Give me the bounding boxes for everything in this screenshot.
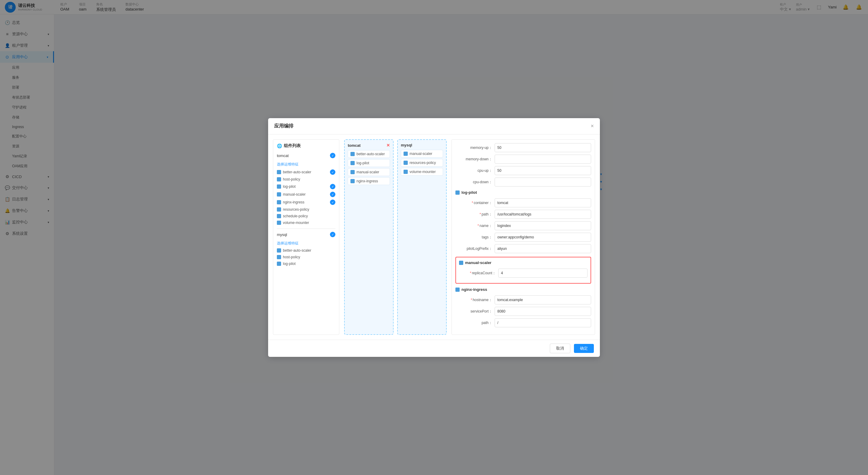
- tags-input[interactable]: [495, 233, 591, 242]
- path-input[interactable]: [495, 210, 591, 219]
- log-pilot-title: log-pilot: [456, 190, 591, 196]
- confirm-button[interactable]: 确定: [574, 344, 594, 353]
- serviceport-label: servicePort：: [456, 309, 495, 314]
- tomcat-better-auto-scaler[interactable]: better-auto-scaler ✓: [277, 168, 335, 176]
- tomcat-nginx-ingress[interactable]: nginx-ingress ✓: [277, 198, 335, 206]
- memory-down-input[interactable]: [495, 155, 591, 164]
- nginx-ingress-icon: [456, 287, 460, 292]
- container-label: container：: [456, 200, 495, 206]
- container-input[interactable]: [495, 198, 591, 207]
- manual-scaler-section: manual-scaler replicaCount：: [456, 257, 591, 283]
- log-pilot-icon: [456, 191, 460, 195]
- log-pilot-section: log-pilot container： path： name： tags：: [456, 190, 591, 253]
- tomcat-card-item-2[interactable]: log-pilot: [348, 159, 390, 167]
- card-item-icon-3: [350, 170, 355, 174]
- modal-header: 应用编排 ×: [268, 118, 600, 134]
- cpu-up-row: cpu-up：: [456, 166, 591, 175]
- tomcat-card-item-3[interactable]: manual-scaler: [348, 168, 390, 176]
- memory-up-row: memory-up：: [456, 143, 591, 152]
- tomcat-check-4: ✓: [330, 192, 335, 197]
- divider-1: [277, 229, 335, 229]
- mysql-card: mysql manual-scaler resources-policy vol…: [397, 139, 447, 335]
- modal-title: 应用编排: [274, 123, 293, 129]
- mysql-card-item-2[interactable]: resources-policy: [401, 159, 443, 167]
- tomcat-check-1: ✓: [330, 169, 335, 175]
- tomcat-card: tomcat ✕ better-auto-scaler log-pilot ma…: [344, 139, 394, 335]
- name-label: name：: [456, 223, 495, 229]
- nginx-ingress-section: nginx-ingress hostname： servicePort： pat…: [456, 287, 591, 327]
- left-panel: 🌐 组件列表 tomcat ✓ 选择运维特征 better-auto-scale…: [273, 139, 339, 335]
- tomcat-card-close[interactable]: ✕: [386, 143, 390, 148]
- tomcat-card-title: tomcat ✕: [348, 143, 390, 148]
- ci-icon-m1: [277, 248, 281, 252]
- memory-down-label: memory-down：: [456, 157, 495, 162]
- ci-icon-3: [277, 184, 281, 189]
- ngpath-input[interactable]: [495, 318, 591, 327]
- name-row: name：: [456, 221, 591, 230]
- replicacount-row: replicaCount：: [459, 269, 588, 278]
- cpu-down-input[interactable]: [495, 177, 591, 186]
- ngpath-row: path：: [456, 318, 591, 327]
- tomcat-check-3: ✓: [330, 184, 335, 189]
- card-item-icon-1: [350, 152, 355, 156]
- comp-tomcat-badge: ✓: [330, 153, 335, 158]
- ci-icon-1: [277, 170, 281, 174]
- tomcat-host-policy[interactable]: host-policy: [277, 176, 335, 183]
- comp-mysql-badge: ✓: [330, 232, 335, 237]
- replicacount-input[interactable]: [498, 269, 588, 278]
- cpu-up-input[interactable]: [495, 166, 591, 175]
- hostname-input[interactable]: [495, 295, 591, 304]
- better-auto-scaler-section: memory-up： memory-down： cpu-up： cpu-down…: [456, 143, 591, 186]
- tomcat-card-item-1[interactable]: better-auto-scaler: [348, 150, 390, 158]
- mysql-card-item-3[interactable]: volume-mounter: [401, 168, 443, 176]
- card-item-icon-2: [350, 161, 355, 165]
- manual-scaler-icon: [459, 261, 463, 265]
- cpu-down-row: cpu-down：: [456, 177, 591, 186]
- name-input[interactable]: [495, 221, 591, 230]
- mysql-card-item-1[interactable]: manual-scaler: [401, 150, 443, 158]
- modal-footer: 取消 确定: [268, 340, 600, 357]
- modal-body: 🌐 组件列表 tomcat ✓ 选择运维特征 better-auto-scale…: [268, 134, 600, 340]
- ci-icon-7: [277, 214, 281, 218]
- tomcat-resources-policy[interactable]: resources-policy: [277, 206, 335, 213]
- ngpath-label: path：: [456, 320, 495, 326]
- mysql-card-icon-1: [404, 151, 408, 156]
- comp-mysql-name: mysql: [277, 232, 287, 237]
- memory-down-row: memory-down：: [456, 155, 591, 164]
- path-row: path：: [456, 210, 591, 219]
- nginx-ingress-title: nginx-ingress: [456, 287, 591, 293]
- pilotlogprefix-input[interactable]: [495, 244, 591, 253]
- serviceport-input[interactable]: [495, 307, 591, 316]
- ci-icon-m2: [277, 255, 281, 259]
- card-item-icon-4: [350, 179, 355, 183]
- cancel-button[interactable]: 取消: [550, 344, 570, 353]
- mysql-section-header: 选择运维特征: [277, 239, 335, 247]
- mysql-log-pilot[interactable]: log-pilot: [277, 261, 335, 267]
- container-row: container：: [456, 198, 591, 207]
- tomcat-volume-mounter[interactable]: volume-mounter: [277, 219, 335, 226]
- panel-title-icon: 🌐: [277, 143, 282, 148]
- mysql-better-auto-scaler[interactable]: better-auto-scaler: [277, 247, 335, 254]
- memory-up-input[interactable]: [495, 143, 591, 152]
- modal-close-button[interactable]: ×: [591, 123, 594, 129]
- cpu-up-label: cpu-up：: [456, 168, 495, 173]
- ci-icon-2: [277, 177, 281, 181]
- mysql-host-policy[interactable]: host-policy: [277, 254, 335, 261]
- tomcat-card-item-4[interactable]: nginx-ingress: [348, 177, 390, 185]
- tags-label: tags：: [456, 235, 495, 240]
- panel-title: 🌐 组件列表: [277, 143, 335, 148]
- ci-icon-m3: [277, 262, 281, 266]
- comp-tomcat-row: tomcat ✓: [277, 152, 335, 160]
- replicacount-label: replicaCount：: [459, 271, 498, 276]
- cpu-down-label: cpu-down：: [456, 180, 495, 185]
- mysql-card-title: mysql: [401, 143, 443, 147]
- ci-icon-4: [277, 192, 281, 197]
- tomcat-log-pilot[interactable]: log-pilot ✓: [277, 183, 335, 191]
- tomcat-manual-scaler[interactable]: manual-scaler ✓: [277, 191, 335, 198]
- ci-icon-6: [277, 207, 281, 212]
- hostname-label: hostname：: [456, 298, 495, 303]
- modal: 应用编排 × 🌐 组件列表 tomcat ✓ 选择运维特征 better-aut…: [268, 118, 600, 357]
- path-label: path：: [456, 212, 495, 217]
- tomcat-schedule-policy[interactable]: schedule-policy: [277, 213, 335, 219]
- tomcat-section-header: 选择运维特征: [277, 160, 335, 168]
